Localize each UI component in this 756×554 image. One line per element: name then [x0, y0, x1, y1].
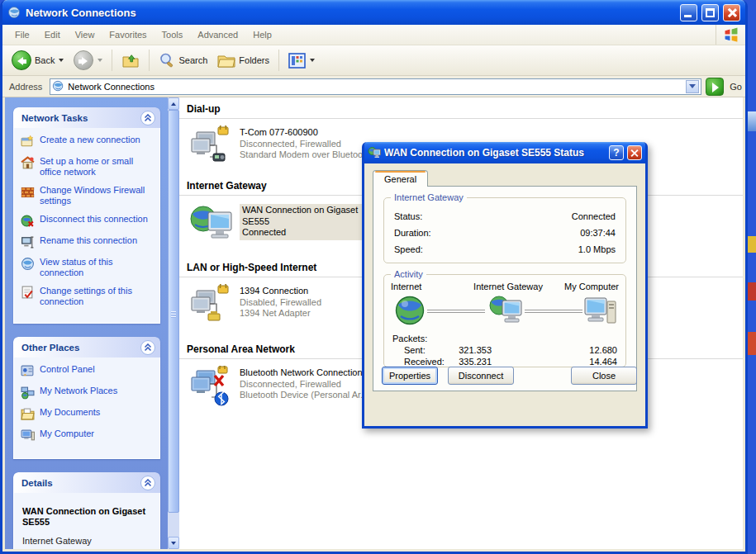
back-button[interactable]: Back [7, 49, 68, 72]
toolbar: Back Search Folders [2, 45, 745, 76]
speed-label: Speed: [394, 244, 423, 254]
menu-view[interactable]: View [68, 26, 102, 43]
internet-gateway-icon [188, 202, 236, 247]
dialup-connection-icon [188, 125, 236, 170]
task-rename-connection[interactable]: Rename this connection [21, 235, 155, 249]
network-tasks-title: Network Tasks [21, 113, 88, 123]
address-input[interactable]: Network Connections [50, 78, 701, 95]
desktop-icon-fragment [748, 111, 756, 131]
menu-advanced[interactable]: Advanced [190, 26, 245, 43]
folders-button[interactable]: Folders [213, 51, 273, 69]
task-change-settings[interactable]: Change settings of this connection [21, 286, 155, 307]
collapse-chevron-icon[interactable] [140, 111, 155, 125]
dialog-close-button[interactable] [627, 145, 642, 160]
connection-status: Connected [242, 227, 373, 239]
link-label: My Computer [40, 429, 94, 439]
window-title: Network Connections [26, 7, 676, 19]
disconnect-button[interactable]: Disconnect [448, 367, 514, 385]
connection-device: Bluetooth Device (Personal Ar... [240, 390, 368, 401]
status-value: Connected [572, 211, 616, 221]
maximize-icon [706, 8, 715, 17]
close-dialog-button[interactable]: Close [571, 367, 637, 385]
firewall-icon [21, 185, 35, 199]
other-places-title: Other Places [21, 343, 79, 353]
menu-tools[interactable]: Tools [155, 26, 191, 43]
minimize-icon [684, 15, 692, 17]
views-dropdown-icon [310, 59, 315, 62]
packets-label: Packets: [384, 333, 454, 344]
go-arrow-icon [712, 83, 719, 92]
received-gateway-value: 335.231 [442, 356, 492, 367]
gateway-device-icon [488, 294, 525, 329]
bluetooth-connection-icon [188, 366, 236, 410]
network-tasks-header[interactable]: Network Tasks [13, 107, 160, 128]
dialog-help-button[interactable]: ? [609, 145, 624, 160]
rename-icon [21, 235, 35, 249]
task-view-status[interactable]: View status of this connection [21, 257, 155, 278]
disconnect-icon [21, 214, 35, 228]
maximize-button[interactable] [701, 4, 719, 21]
menu-file[interactable]: File [7, 26, 37, 43]
task-disconnect-connection[interactable]: Disconnect this connection [21, 214, 155, 228]
tab-general[interactable]: General [373, 170, 428, 187]
duration-value: 09:37:44 [580, 228, 616, 238]
toolbar-separator [278, 50, 279, 71]
forward-button[interactable] [69, 49, 107, 72]
taskpane-scrollbar[interactable] [168, 97, 179, 549]
other-places-panel: Other Places Control Panel [13, 337, 160, 459]
task-create-new-connection[interactable]: Create a new connection [21, 135, 155, 149]
duration-label: Duration: [394, 228, 431, 238]
collapse-chevron-icon[interactable] [140, 476, 155, 490]
internet-gateway-group: Internet Gateway Status: Connected Durat… [383, 197, 626, 263]
link-label: My Documents [40, 407, 100, 418]
task-change-firewall-settings[interactable]: Change Windows Firewall settings [21, 185, 155, 206]
views-button[interactable] [284, 51, 319, 70]
sent-computer-value: 12.680 [492, 344, 625, 356]
connection-name: T-Com 077-600900 [240, 127, 370, 139]
window-titlebar[interactable]: Network Connections [2, 0, 745, 25]
go-label: Go [730, 82, 742, 92]
properties-button[interactable]: Properties [382, 367, 438, 385]
back-icon [12, 50, 31, 70]
address-folder-icon [52, 80, 64, 92]
go-button[interactable] [706, 78, 724, 96]
other-places-header[interactable]: Other Places [13, 337, 160, 357]
speed-value: 1.0 Mbps [578, 244, 616, 254]
internet-gateway-group-label: Internet Gateway [391, 192, 467, 202]
minimize-button[interactable] [680, 4, 697, 21]
link-my-computer[interactable]: My Computer [21, 429, 155, 443]
back-label: Back [35, 55, 55, 65]
forward-icon [74, 50, 93, 70]
sent-row: Sent: 321.353 12.680 [384, 344, 625, 356]
address-value: Network Connections [68, 82, 682, 92]
link-control-panel[interactable]: Control Panel [21, 364, 155, 378]
connection-name: 1394 Connection [240, 286, 321, 297]
scroll-up-button[interactable] [168, 97, 179, 110]
status-row: Status: Connected [389, 208, 620, 225]
menu-bar: File Edit View Favorites Tools Advanced … [2, 25, 745, 45]
details-header[interactable]: Details [13, 472, 160, 493]
collapse-chevron-icon[interactable] [140, 340, 155, 355]
home-network-icon [21, 156, 35, 170]
scrollbar-thumb[interactable] [168, 110, 179, 513]
link-my-documents[interactable]: My Documents [21, 407, 155, 421]
task-label: Change settings of this connection [40, 286, 155, 307]
address-dropdown-button[interactable] [686, 80, 699, 93]
close-button[interactable] [723, 4, 740, 21]
menu-help[interactable]: Help [245, 26, 279, 43]
network-tasks-panel: Network Tasks Create a new connection [13, 107, 160, 324]
dialog-titlebar[interactable]: WAN Connection on Gigaset SE555 Status ? [364, 142, 645, 163]
col-internet-label: Internet [391, 282, 464, 291]
activity-group-label: Activity [391, 269, 426, 279]
link-label: My Network Places [40, 386, 117, 396]
task-setup-home-network[interactable]: Set up a home or small office network [21, 156, 155, 178]
search-button[interactable]: Search [155, 50, 212, 70]
connection-device: Standard Modem over Bluetoo... [240, 149, 370, 161]
menu-edit[interactable]: Edit [37, 26, 68, 43]
details-body: WAN Connection on Gigaset SE555 Internet… [13, 493, 160, 549]
menu-favorites[interactable]: Favorites [102, 26, 154, 43]
scroll-down-button[interactable] [168, 537, 179, 549]
up-button[interactable] [117, 50, 144, 70]
address-label: Address [6, 82, 45, 92]
link-my-network-places[interactable]: My Network Places [21, 386, 155, 400]
